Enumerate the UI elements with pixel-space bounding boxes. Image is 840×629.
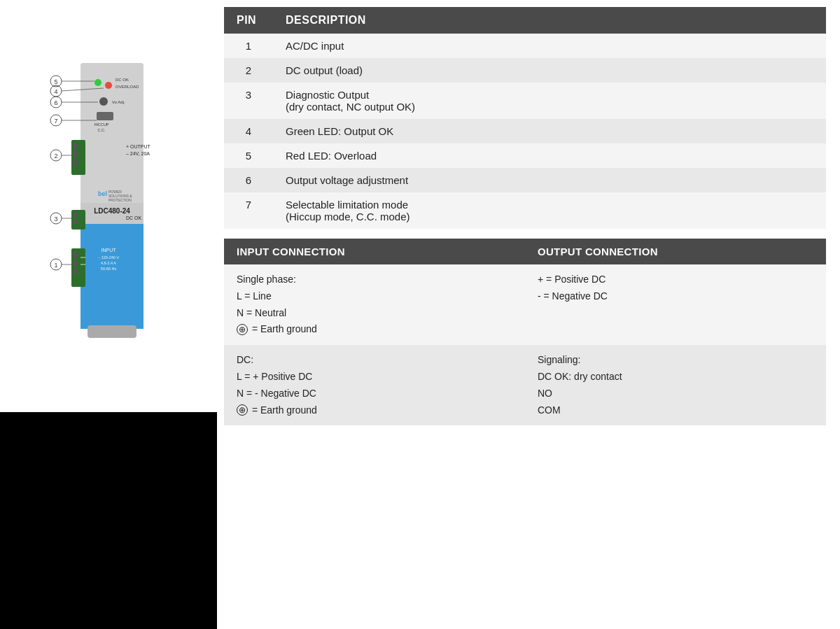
pin-header: PIN [224, 7, 273, 34]
pin-description: AC/DC input [273, 34, 826, 58]
pin-number: 2 [224, 58, 273, 83]
svg-text:HICCUP: HICCUP [94, 122, 108, 127]
svg-text:C.C.: C.C. [98, 128, 106, 132]
svg-text:Vo Adj.: Vo Adj. [112, 100, 125, 104]
left-panel: LDC480-24 bel POWER SOLUTIONS & PROTECTI… [0, 0, 217, 629]
svg-text:+ OUTPUT: + OUTPUT [126, 144, 151, 149]
pin-number: 3 [224, 83, 273, 119]
output-conn-cell: Signaling:DC OK: dry contactNOCOM [525, 345, 826, 425]
pin-description: DC output (load) [273, 58, 826, 83]
output-conn-cell: + = Positive DC- = Negative DC [525, 264, 826, 345]
svg-point-32 [94, 79, 102, 86]
device-diagram-area: LDC480-24 bel POWER SOLUTIONS & PROTECTI… [0, 0, 217, 412]
svg-rect-19 [73, 220, 77, 224]
svg-text:4.8-2.4 A: 4.8-2.4 A [101, 261, 116, 265]
pin-description: Output voltage adjustment [273, 168, 826, 192]
pin-number: 1 [224, 34, 273, 58]
svg-text:6: 6 [54, 99, 57, 106]
svg-text:3: 3 [54, 215, 57, 222]
svg-text:PROTECTION: PROTECTION [108, 198, 132, 202]
svg-rect-23 [73, 252, 77, 257]
svg-rect-12 [73, 160, 77, 166]
earth-ground-symbol: ⊕ [237, 324, 248, 335]
pin-description: Red LED: Overload [273, 143, 826, 168]
earth-ground-symbol: ⊕ [237, 404, 248, 416]
svg-text:LDC480-24: LDC480-24 [94, 207, 130, 215]
device-illustration: LDC480-24 bel POWER SOLUTIONS & PROTECTI… [42, 42, 175, 371]
svg-text:OVERLOAD: OVERLOAD [115, 85, 139, 89]
pin-number: 4 [224, 119, 273, 143]
svg-rect-24 [73, 260, 77, 266]
svg-text:50-60 Hz: 50-60 Hz [101, 267, 117, 271]
pin-description: Green LED: Output OK [273, 119, 826, 143]
svg-text:DC OK: DC OK [115, 78, 129, 82]
svg-rect-3 [88, 325, 136, 338]
right-panel: PIN DESCRIPTION 1AC/DC input2DC output (… [217, 0, 840, 629]
pin-number: 5 [224, 143, 273, 168]
svg-rect-18 [73, 213, 77, 217]
svg-text:5: 5 [54, 78, 57, 85]
input-conn-cell: DC:L = + Positive DCN = - Negative DC⊕ =… [224, 345, 525, 425]
svg-rect-25 [73, 269, 77, 274]
svg-text:~ 120-240 V: ~ 120-240 V [98, 255, 119, 260]
svg-text:2: 2 [54, 153, 57, 160]
pin-table: PIN DESCRIPTION 1AC/DC input2DC output (… [224, 7, 826, 229]
pin-number: 6 [224, 168, 273, 192]
svg-rect-11 [73, 152, 77, 157]
svg-rect-10 [73, 143, 77, 149]
svg-point-33 [105, 82, 112, 89]
svg-text:– 24V, 20A: – 24V, 20A [126, 151, 150, 156]
black-box [0, 412, 217, 629]
pin-number: 7 [224, 192, 273, 229]
pin-description: Diagnostic Output(dry contact, NC output… [273, 83, 826, 119]
svg-rect-2 [80, 224, 144, 329]
input-conn-cell: Single phase:L = LineN = Neutral⊕ = Eart… [224, 264, 525, 345]
output-conn-header: OUTPUT CONNECTION [525, 239, 826, 264]
desc-header: DESCRIPTION [273, 7, 826, 34]
svg-text:7: 7 [54, 118, 57, 125]
conn-table: INPUT CONNECTION OUTPUT CONNECTION Singl… [224, 239, 826, 425]
svg-text:1: 1 [54, 262, 57, 269]
svg-text:4: 4 [54, 88, 57, 95]
svg-point-36 [99, 97, 108, 106]
svg-text:bel: bel [98, 190, 107, 197]
input-conn-header: INPUT CONNECTION [224, 239, 525, 264]
svg-rect-38 [97, 112, 113, 120]
svg-text:INPUT: INPUT [102, 248, 117, 253]
svg-rect-1 [80, 63, 144, 203]
pin-description: Selectable limitation mode(Hiccup mode, … [273, 192, 826, 229]
svg-text:DC OK: DC OK [126, 215, 142, 220]
